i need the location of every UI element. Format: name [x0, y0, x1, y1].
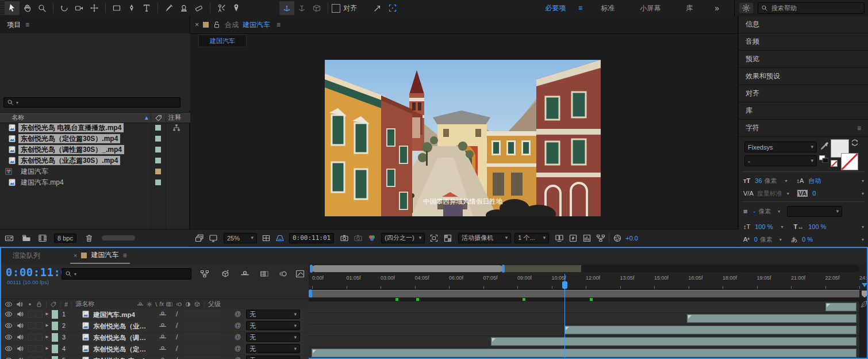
project-list-header[interactable]: 名称 ▲ 注释 [0, 112, 190, 123]
snap-checkbox[interactable] [332, 4, 340, 13]
layer-switch-cell[interactable] [185, 334, 192, 341]
shy-switch-icon[interactable] [137, 301, 144, 308]
kerning-value[interactable]: 度量标准 [757, 189, 782, 198]
timeline-search-box[interactable]: ▾ [62, 268, 191, 280]
workspace-tab-必要项[interactable]: 必要项 [532, 3, 578, 13]
pen-tool[interactable] [124, 1, 139, 15]
workspace-tab-小屏幕[interactable]: 小屏幕 [627, 3, 673, 13]
collapse-switch-icon[interactable] [146, 301, 153, 308]
snap-toggle[interactable]: 对齐 [332, 3, 357, 13]
camera-view-dropdown[interactable]: 活动摄像机▾ [458, 233, 511, 243]
panel-tab-效果和预设[interactable]: 效果和预设 [739, 68, 868, 85]
reset-exposure-icon[interactable] [613, 234, 622, 243]
tag-column-icon[interactable] [155, 114, 163, 122]
layer-audio-toggle[interactable] [16, 356, 24, 359]
label-color-chip[interactable] [155, 169, 161, 174]
panel-character[interactable]: 字符 ≡ [739, 120, 868, 137]
world-axis-mode[interactable] [294, 1, 309, 15]
default-fill-stroke-icon[interactable] [819, 155, 828, 163]
comp-tab-close-icon[interactable]: × [195, 21, 199, 29]
panel-tab-音频[interactable]: 音频 [739, 33, 868, 51]
parent-pick-whip-icon[interactable]: @ [235, 333, 241, 340]
effects-switch-icon[interactable]: fx [159, 301, 164, 307]
adjustment-switch-icon[interactable] [185, 301, 191, 308]
channels-icon[interactable] [367, 234, 377, 243]
layer-row[interactable]: ►3东创悦光岛（调…/@无▾ [1, 332, 309, 343]
render-queue-tab[interactable]: 渲染队列 [13, 251, 40, 261]
project-item-name[interactable]: 东创悦光岛（定位篇30S）.mp4 [18, 134, 120, 143]
video-column-icon[interactable] [5, 300, 13, 308]
layer-row[interactable]: ►1建国汽车.mp4/@无▾ [1, 309, 309, 320]
sort-ascending-icon[interactable]: ▲ [144, 114, 149, 121]
shared-view-icon[interactable] [555, 234, 564, 243]
layer-row[interactable]: ►4东创悦光岛（定…/@无▾ [1, 343, 309, 354]
lock-column-icon[interactable] [36, 301, 43, 308]
layer-name[interactable]: 东创悦光岛 电…4 [93, 357, 145, 359]
layer-solo-toggle[interactable] [28, 334, 34, 341]
project-tab[interactable]: 项目 [7, 20, 21, 30]
delete-icon[interactable] [85, 234, 94, 243]
puppet-pin-tool[interactable] [229, 1, 244, 15]
layer-shy-toggle[interactable] [159, 333, 167, 341]
draft-3d-icon[interactable] [221, 269, 230, 278]
label-column-icon[interactable] [50, 301, 57, 308]
workspace-settings-icon[interactable] [739, 3, 753, 13]
timeline-tab-close-icon[interactable]: × [74, 252, 77, 259]
layer-row[interactable]: ►2东创悦光岛（业…/@无▾ [1, 320, 309, 331]
layer-lock-toggle[interactable] [36, 345, 43, 352]
layer-name[interactable]: 东创悦光岛（定… [93, 345, 146, 354]
layer-switch-cell[interactable] [203, 322, 210, 329]
magnification-dropdown[interactable]: 25%▾ [224, 233, 257, 243]
take-snapshot-icon[interactable] [340, 234, 349, 243]
project-item-row[interactable]: 东创悦光岛（调性篇30S）_.mp4 [0, 144, 190, 155]
project-item-row[interactable]: 建国汽车 [0, 166, 190, 177]
label-color-chip[interactable] [155, 180, 161, 185]
layer-color-chip[interactable] [52, 333, 58, 342]
time-ruler[interactable]: 0:00f01:05f03:00f04:05f06:00f07:05f09:00… [309, 274, 859, 289]
view-axis-mode[interactable] [309, 1, 324, 15]
frame-blend-switch-icon[interactable] [166, 301, 173, 308]
work-area-bar[interactable] [310, 290, 859, 298]
layer-switch-cell[interactable] [213, 311, 220, 318]
layer-expand-arrow[interactable]: ► [45, 323, 49, 328]
label-color-chip[interactable] [155, 125, 161, 131]
layer-video-toggle[interactable] [5, 333, 13, 341]
interpret-footage-icon[interactable] [5, 234, 14, 243]
comp-marker[interactable] [523, 298, 525, 301]
stroke-style-dropdown[interactable]: ▾ [787, 206, 842, 217]
layer-switch-cell[interactable] [185, 357, 192, 359]
label-color-chip[interactable] [155, 158, 161, 163]
layer-color-chip[interactable] [52, 310, 58, 319]
number-column-header[interactable]: # [64, 301, 68, 308]
exposure-value[interactable]: +0.0 [625, 235, 638, 242]
new-composition-icon[interactable] [38, 234, 47, 243]
project-item-row[interactable]: 东创悦光岛（定位篇30S）.mp4 [0, 133, 190, 144]
audio-column-icon[interactable] [16, 300, 24, 308]
layer-lock-toggle[interactable] [36, 311, 43, 318]
brush-tool[interactable] [162, 1, 176, 15]
workspace-overflow-icon[interactable]: » [705, 3, 728, 13]
tsume-value[interactable]: 0 % [802, 236, 813, 243]
layer-color-chip[interactable] [52, 322, 58, 330]
lock-open-icon[interactable] [213, 21, 221, 29]
layer-duration-bar[interactable] [825, 303, 857, 311]
tracking-value[interactable]: 0 [812, 190, 816, 197]
label-color-chip[interactable] [155, 136, 161, 142]
project-item-name[interactable]: 东创悦光岛（业态篇30S）.mp4 [18, 156, 120, 165]
font-size-value[interactable]: 36 [755, 177, 762, 184]
project-item-row[interactable]: 东创悦光岛 电视台直播播放.mp4 [0, 123, 190, 133]
type-tool[interactable] [139, 1, 154, 15]
comp-marker[interactable] [395, 298, 398, 301]
layer-expand-arrow[interactable]: ► [45, 346, 49, 351]
column-comment[interactable]: 注释 [168, 113, 181, 122]
parent-pick-whip-icon[interactable]: @ [235, 345, 241, 352]
rectangle-tool[interactable] [109, 1, 124, 15]
no-color-swatch[interactable] [831, 160, 838, 167]
layer-duration-bar[interactable] [491, 337, 857, 346]
project-panel-menu-icon[interactable]: ≡ [25, 21, 29, 29]
layer-audio-toggle[interactable] [16, 345, 24, 353]
transparency-grid-icon[interactable] [443, 234, 452, 243]
project-item-row[interactable]: 建国汽车.mp4 [0, 177, 190, 188]
layer-audio-toggle[interactable] [16, 322, 24, 330]
source-name-column-header[interactable]: 源名称 [75, 300, 94, 308]
